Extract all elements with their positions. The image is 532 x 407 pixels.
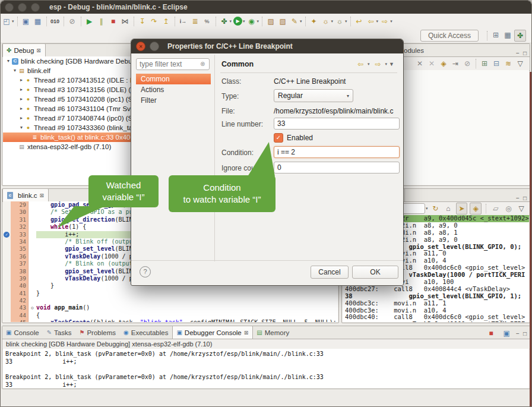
expand-all-icon[interactable]: ⊞	[479, 58, 490, 69]
save-all-icon[interactable]: ▦	[33, 16, 43, 27]
tab-tasks[interactable]: ✎Tasks	[43, 326, 76, 339]
binary-icon[interactable]: 010	[50, 16, 61, 27]
open-element-icon[interactable]: ☼	[321, 16, 331, 27]
back-icon[interactable]: ⇦	[366, 16, 376, 27]
maximize-icon[interactable]: □	[523, 330, 527, 337]
expander-icon[interactable]: ▸	[18, 104, 24, 113]
external-tools-icon[interactable]: ◉	[246, 16, 257, 27]
debug-tree-row[interactable]: ▾Cblink checking [GDB Hardware Debug	[3, 56, 136, 66]
tab-memory[interactable]: ▤Memory	[253, 326, 293, 339]
chevron-down-icon[interactable]: ▾	[345, 19, 347, 24]
home-icon[interactable]: ⌂	[443, 203, 454, 214]
view-menu-icon[interactable]: ▽	[516, 203, 527, 214]
tab-executables[interactable]: ◉Executables	[120, 326, 172, 339]
run-icon[interactable]: ▶	[233, 17, 242, 26]
debug-tree-row[interactable]: ≣blink_task() at blink.c:33 0x400db	[3, 132, 136, 142]
suspend-icon[interactable]: ∥	[96, 16, 107, 27]
expander-icon[interactable]: ▸	[18, 113, 24, 123]
chevron-down-icon[interactable]: ▾	[331, 19, 334, 24]
disassembly-line[interactable]: vTaskDelay(1000 / portTICK_PERI	[345, 321, 529, 322]
chevron-down-icon[interactable]: ▾	[300, 19, 302, 24]
show-breakpoints-icon[interactable]: ◈	[438, 58, 449, 69]
disconnect-icon[interactable]: ⋈	[120, 16, 131, 27]
dialog-maximize-icon[interactable]	[150, 42, 159, 51]
code-line[interactable]: 43⊖void app_main()	[3, 304, 338, 311]
code-line[interactable]: 45 xTaskCreate(&blink_task, "blink_task"…	[3, 319, 338, 322]
tab-problems[interactable]: ⚑Problems	[75, 326, 120, 339]
view-menu-icon[interactable]: ▼	[389, 61, 394, 67]
cancel-button[interactable]: Cancel	[311, 266, 349, 279]
forward-icon[interactable]: ⇨	[379, 16, 390, 27]
chevron-down-icon[interactable]: ▾	[426, 206, 428, 211]
pin-view-icon[interactable]: ◎	[504, 203, 514, 214]
import-breakpoints-icon[interactable]: ⇥	[450, 58, 461, 69]
step-into-icon[interactable]: ↧	[137, 16, 148, 27]
remove-all-icon[interactable]: ✕	[426, 58, 437, 69]
dialog-close-icon[interactable]: ✕	[136, 42, 145, 51]
debug-tree-row[interactable]: ▤xtensa-esp32-elf-gdb (7.10)	[3, 142, 136, 152]
annotation-icon[interactable]: ☼	[334, 16, 345, 27]
debug-tree-row[interactable]: ▾▤blink.elf	[3, 66, 136, 75]
search-icon[interactable]: ✎	[289, 16, 300, 27]
forward-icon[interactable]: ⇨	[373, 59, 384, 70]
condition-input[interactable]	[274, 146, 400, 158]
collapse-all-icon[interactable]: ⊟	[491, 58, 502, 69]
clear-filter-icon[interactable]: ⊗	[200, 61, 205, 67]
refresh-icon[interactable]: ↻	[430, 203, 441, 214]
code-line[interactable]: 44{	[3, 312, 338, 319]
follow-pc-icon[interactable]: ➤	[456, 203, 468, 214]
help-icon[interactable]: ?	[140, 266, 151, 277]
window-maximize-button[interactable]	[31, 3, 40, 12]
tab-blink-c[interactable]: c blink.c ⊠	[2, 188, 49, 201]
chevron-down-icon[interactable]: ▾	[243, 19, 245, 24]
debug-tree-row[interactable]: ▸●Thread #6 1073431104 (Tmr Svc) (S	[3, 104, 136, 113]
expander-icon[interactable]: ▾	[5, 56, 11, 66]
type-dropdown[interactable]: Regular ▾	[274, 89, 353, 102]
tab-debug[interactable]: ✤ Debug ⊠	[2, 43, 46, 56]
chevron-down-icon[interactable]: ▾	[257, 19, 259, 24]
mark-occurrences-icon[interactable]: ✦	[309, 16, 319, 27]
resume-icon[interactable]: ▶	[84, 16, 95, 27]
chevron-down-icon[interactable]: ▾	[376, 19, 379, 24]
code-line[interactable]: 42	[3, 297, 338, 304]
terminate-icon[interactable]: ■	[108, 16, 119, 27]
back-icon[interactable]: ⇦	[355, 59, 366, 70]
chevron-down-icon[interactable]: ▾	[390, 19, 392, 24]
tab-debugger-console[interactable]: ▣Debugger Console⊠	[172, 326, 253, 339]
sync-context-icon[interactable]: ◈	[470, 203, 482, 214]
maximize-icon[interactable]: □	[523, 195, 527, 201]
debug-tree-row[interactable]: ▸●Thread #7 1073408744 (ipc0) (Susp	[3, 113, 136, 123]
save-icon[interactable]: ▣	[21, 16, 31, 27]
minimize-icon[interactable]: −	[516, 195, 520, 201]
open-type-icon[interactable]: ▧	[277, 16, 288, 27]
open-perspective-icon[interactable]: ⊞	[490, 30, 501, 40]
new-wizard-icon[interactable]: ◰	[1, 16, 12, 27]
breakpoint-icon[interactable]: ✓	[4, 232, 10, 238]
stop-icon[interactable]: ■	[486, 328, 496, 339]
debug-perspective-icon[interactable]: ✤	[514, 30, 526, 42]
ok-button[interactable]: OK	[352, 266, 398, 279]
debug-tree-row[interactable]: ▸●Thread #3 1073413156 (IDLE) (Susp	[3, 85, 136, 94]
enabled-checkbox[interactable]: ✓	[274, 133, 283, 143]
step-return-icon[interactable]: ↥	[161, 16, 172, 27]
chevron-down-icon[interactable]: ▾	[230, 19, 232, 24]
maximize-icon[interactable]: □	[523, 50, 527, 56]
show-logical-structure-icon[interactable]: ≣	[190, 16, 201, 27]
remove-icon[interactable]: ✕	[414, 58, 425, 69]
code-line[interactable]: 41}	[3, 290, 338, 297]
window-close-button[interactable]	[5, 3, 14, 12]
disassembly-line[interactable]: 400dbc3c: movi.n a11, 1	[345, 300, 529, 307]
debug-tree-row[interactable]: ▸●Thread #2 1073413512 (IDLE : Runn	[3, 75, 136, 85]
new-view-icon[interactable]: ▱	[490, 203, 501, 214]
minimize-icon[interactable]: −	[516, 330, 520, 337]
expression-icon[interactable]: %	[202, 16, 213, 27]
line-number-input[interactable]	[274, 118, 400, 130]
close-icon[interactable]: ⊠	[36, 48, 41, 53]
close-icon[interactable]: ⊠	[40, 193, 45, 198]
debug-icon[interactable]: ✤	[219, 16, 230, 27]
open-resource-icon[interactable]: ▨	[265, 16, 276, 27]
debug-tree-row[interactable]: ▾●Thread #9 1073433360 (blink_task	[3, 123, 136, 132]
ignore-count-input[interactable]	[274, 162, 400, 173]
expander-icon[interactable]: ▸	[18, 94, 24, 104]
dialog-nav-common[interactable]: Common	[136, 74, 211, 84]
